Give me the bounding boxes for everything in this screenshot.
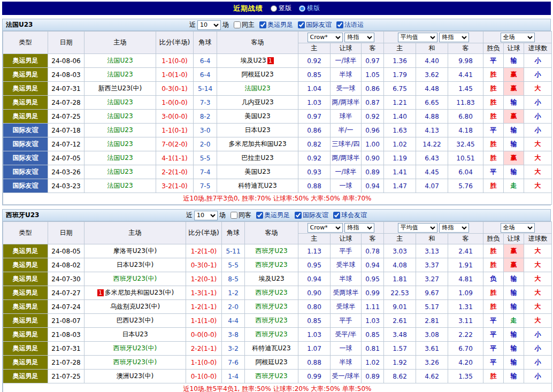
layout-option-horizontal[interactable]: 横版: [299, 4, 320, 13]
team-name-link[interactable]: 摩洛哥U23(中): [113, 247, 157, 255]
team-name-link[interactable]: 巴拉圭U23: [241, 154, 273, 162]
team-name-link[interactable]: 法国U23: [107, 57, 133, 64]
score-cell[interactable]: 0-1(0-0): [186, 370, 222, 383]
score-cell[interactable]: 1-2(1-0): [186, 244, 222, 258]
subcol-goals: 进球数: [524, 43, 552, 54]
team-name-link[interactable]: 科特迪瓦U23: [252, 344, 290, 352]
team-name-link[interactable]: 西班牙U23(中): [113, 344, 157, 352]
competition-checkbox-olympic[interactable]: 奥运男足: [256, 20, 293, 29]
same-venue-checkbox[interactable]: 同主: [231, 20, 255, 29]
competition-checkbox-olympic[interactable]: 奥运男足: [253, 211, 290, 220]
team-name-link[interactable]: 西班牙U23: [255, 303, 287, 310]
score-cell[interactable]: 1-0(0-0): [156, 96, 194, 110]
team-name-link[interactable]: 西班牙U23: [255, 372, 287, 380]
team-name-link[interactable]: 法国U23: [107, 126, 133, 134]
competition-checkbox-other-input[interactable]: [336, 21, 343, 28]
score-cell[interactable]: 2-2(1-1): [186, 342, 222, 356]
asian-home-odds: 0.92: [298, 151, 331, 165]
layout-option-vertical[interactable]: 竖版: [271, 4, 291, 13]
team-name-link[interactable]: 埃及U23: [258, 275, 284, 282]
team-name-link[interactable]: 日本U23: [244, 126, 270, 134]
team-name-link[interactable]: 科特迪瓦U23: [238, 182, 276, 189]
competition-checkbox-olympic-input[interactable]: [256, 212, 263, 219]
bookmaker-select[interactable]: Crow*: [308, 223, 343, 233]
score-cell[interactable]: 3-2(1-0): [156, 179, 194, 193]
competition-checkbox-club-friendly[interactable]: 球会友谊: [330, 211, 367, 220]
team-name-link[interactable]: 乌兹别克U23(中): [110, 303, 160, 310]
vertical-layout-radio[interactable]: [271, 5, 277, 12]
team-name-link[interactable]: 西班牙U23(中): [113, 275, 157, 282]
avg-odds-group-header: 平均值 终指: [384, 32, 483, 43]
score-cell[interactable]: 0-3(0-1): [186, 258, 222, 272]
bookmaker-select[interactable]: Crow*: [308, 33, 343, 42]
score-cell[interactable]: 1-2(0-1): [186, 272, 222, 286]
score-cell[interactable]: 3-0(0-0): [156, 110, 194, 124]
score-cell[interactable]: 1-1(1-0): [186, 314, 222, 328]
competition-checkbox-friendly[interactable]: 国际友谊: [295, 20, 332, 29]
team-name-link[interactable]: 法国U23: [107, 154, 133, 162]
subcol-asian-handicap: 让球: [331, 234, 362, 244]
competition-checkbox-club-friendly-input[interactable]: [333, 212, 340, 219]
team-name-link[interactable]: 巴西U23(中): [117, 317, 153, 324]
asian-handicap: 一/球半: [331, 54, 362, 68]
competition-checkbox-friendly-input[interactable]: [295, 212, 302, 219]
avg-odds-time-select[interactable]: 终指: [439, 33, 469, 42]
team-name-link[interactable]: 澳洲U23(中): [117, 372, 153, 380]
competition-checkbox-other[interactable]: 法语运: [333, 20, 364, 29]
competition-checkbox-friendly[interactable]: 国际友谊: [291, 211, 328, 220]
team-name-link[interactable]: 法国U23: [107, 98, 133, 106]
home-team-cell: 澳洲U23(中): [85, 370, 186, 383]
score-cell[interactable]: 1-0(1-0): [156, 68, 194, 82]
score-cell[interactable]: 0-3(0-1): [156, 82, 194, 96]
full-match-select[interactable]: 全场: [501, 223, 535, 233]
games-count-select[interactable]: 10: [197, 20, 221, 30]
team-name-link[interactable]: 法国U23: [107, 71, 133, 78]
result-scope-header: 全场: [483, 222, 552, 234]
score-cell[interactable]: 4-1(1-1): [156, 151, 194, 165]
asian-odds-time-select[interactable]: 终指: [344, 33, 374, 42]
team-name-link[interactable]: 埃及U23: [240, 57, 266, 64]
team-name-link[interactable]: 法国U23: [107, 182, 133, 189]
team-name-link[interactable]: 西班牙U23: [255, 330, 287, 338]
team-name-link[interactable]: 西班牙U23: [255, 317, 287, 324]
competition-checkbox-olympic-input[interactable]: [259, 21, 266, 28]
team-name-link[interactable]: 日本U23: [122, 330, 148, 338]
avg-draw-odds: 3.08: [416, 328, 448, 342]
games-count-select[interactable]: 10: [194, 211, 218, 220]
score-cell[interactable]: 1-1(0-0): [156, 54, 194, 68]
team-name-link[interactable]: 法国U23: [107, 168, 133, 175]
team-name-link[interactable]: 多米尼加共和国U23: [228, 140, 286, 148]
same-venue-checkbox-input[interactable]: [234, 21, 241, 28]
horizontal-layout-radio[interactable]: [299, 5, 305, 12]
team-name-link[interactable]: 阿根廷U23: [241, 71, 273, 78]
avg-odds-select[interactable]: 平均值: [398, 33, 437, 42]
team-name-link[interactable]: 法国U23: [107, 112, 133, 120]
team-name-link[interactable]: 新西兰U23(中): [98, 84, 142, 92]
team-name-link[interactable]: 西班牙U23: [255, 261, 287, 268]
asian-odds-time-select[interactable]: 终指: [344, 223, 374, 233]
same-venue-checkbox-input[interactable]: [231, 212, 237, 219]
team-name-link[interactable]: 西班牙U23: [255, 289, 287, 296]
team-name-link[interactable]: 法国U23: [244, 84, 270, 92]
score-cell[interactable]: 1-1(0-1): [156, 124, 194, 137]
score-cell[interactable]: 7-0(2-0): [156, 137, 194, 151]
team-name-link[interactable]: 法国U23: [107, 140, 133, 148]
team-name-link[interactable]: 西班牙U23: [255, 247, 287, 255]
score-cell[interactable]: 1-3(1-1): [186, 286, 222, 300]
score-cell[interactable]: 1-2(1-1): [186, 300, 222, 314]
full-match-select[interactable]: 全场: [501, 33, 535, 42]
team-name-link[interactable]: 日本U23(中): [117, 261, 153, 268]
same-venue-checkbox[interactable]: 同客: [227, 211, 251, 220]
avg-odds-time-select[interactable]: 终指: [439, 223, 469, 233]
team-name-link[interactable]: 美国U23: [244, 168, 270, 175]
score-cell[interactable]: 2-2(1-0): [156, 165, 194, 179]
score-cell[interactable]: 0-0(0-0): [186, 328, 222, 342]
team-name-link[interactable]: 美国U23: [244, 112, 270, 120]
team-name-link[interactable]: 阿根廷U23: [255, 358, 287, 366]
competition-checkbox-friendly-input[interactable]: [298, 21, 305, 28]
team-name-link[interactable]: 西班牙U23(中): [113, 358, 157, 366]
team-name-link[interactable]: 几内亚U23: [241, 98, 273, 106]
score-cell[interactable]: 1-1(0-0): [186, 356, 222, 370]
team-name-link[interactable]: 多米尼加共和国U23(中): [105, 289, 174, 296]
avg-odds-select[interactable]: 平均值: [398, 223, 437, 233]
